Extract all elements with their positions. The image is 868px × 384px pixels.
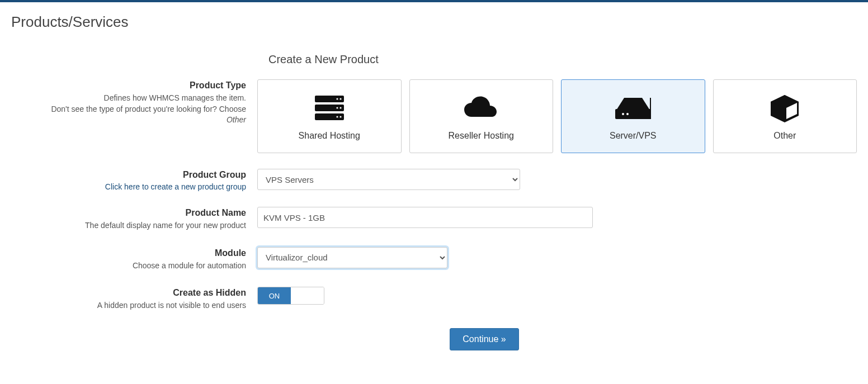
page-title: Products/Services bbox=[11, 13, 857, 31]
product-type-reseller[interactable]: Reseller Hosting bbox=[409, 79, 554, 153]
product-name-input[interactable] bbox=[257, 207, 593, 228]
hdd-icon bbox=[611, 92, 655, 125]
section-title: Create a New Product bbox=[268, 53, 857, 66]
svg-rect-12 bbox=[650, 98, 651, 119]
product-name-help: The default display name for your new pr… bbox=[34, 220, 246, 231]
svg-point-1 bbox=[336, 98, 338, 99]
product-type-server-label: Server/VPS bbox=[610, 131, 657, 141]
cube-icon bbox=[768, 92, 801, 125]
module-help: Choose a module for automation bbox=[34, 260, 246, 272]
product-type-other[interactable]: Other bbox=[713, 79, 857, 153]
svg-rect-9 bbox=[615, 109, 651, 119]
svg-point-5 bbox=[339, 107, 341, 108]
svg-point-4 bbox=[336, 107, 338, 108]
product-group-select[interactable]: VPS Servers bbox=[257, 169, 520, 190]
continue-button[interactable]: Continue » bbox=[450, 328, 518, 350]
product-type-shared-label: Shared Hosting bbox=[299, 131, 360, 141]
svg-point-7 bbox=[336, 116, 338, 117]
product-type-help: Defines how WHMCS manages the item. Don'… bbox=[34, 93, 246, 126]
hidden-toggle[interactable]: ON bbox=[257, 287, 324, 305]
product-type-cards: Shared Hosting Reseller Hosting bbox=[257, 79, 857, 153]
product-type-server[interactable]: Server/VPS bbox=[561, 79, 705, 153]
svg-rect-3 bbox=[315, 105, 344, 111]
product-name-label: Product Name bbox=[34, 208, 246, 218]
svg-point-8 bbox=[339, 116, 341, 117]
module-select[interactable]: Virtualizor_cloud bbox=[257, 247, 447, 268]
create-product-group-link[interactable]: Click here to create a new product group bbox=[105, 182, 246, 191]
product-group-label: Product Group bbox=[34, 170, 246, 180]
hidden-label: Create as Hidden bbox=[34, 288, 246, 298]
product-type-label: Product Type bbox=[34, 80, 246, 91]
server-stack-icon bbox=[313, 92, 346, 125]
module-label: Module bbox=[34, 248, 246, 258]
svg-rect-6 bbox=[315, 113, 344, 120]
cloud-icon bbox=[461, 92, 501, 125]
toggle-on-label: ON bbox=[258, 287, 291, 304]
hidden-help: A hidden product is not visible to end u… bbox=[34, 300, 246, 311]
svg-point-11 bbox=[626, 113, 629, 115]
svg-point-10 bbox=[622, 113, 624, 115]
svg-point-2 bbox=[339, 98, 341, 99]
product-type-shared[interactable]: Shared Hosting bbox=[257, 79, 402, 153]
toggle-off-side bbox=[291, 287, 324, 304]
svg-rect-0 bbox=[315, 96, 344, 102]
product-type-other-label: Other bbox=[773, 131, 796, 141]
product-type-reseller-label: Reseller Hosting bbox=[449, 131, 514, 141]
